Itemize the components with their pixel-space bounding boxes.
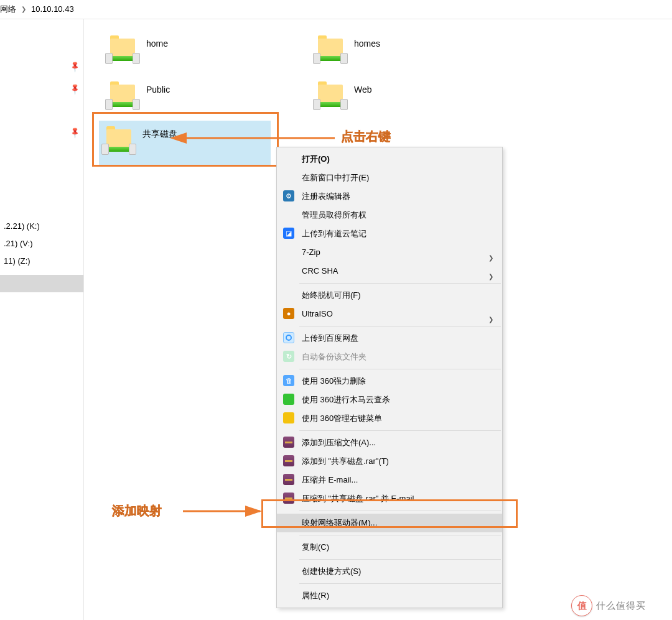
ctx-upload-baidu[interactable]: 上传到百度网盘 bbox=[277, 329, 502, 348]
ctx-upload-youdao[interactable]: ◪上传到有道云笔记 bbox=[277, 224, 502, 243]
ctx-rar-add-to[interactable]: 添加到 "共享磁盘.rar"(T) bbox=[277, 452, 502, 471]
network-folder-icon bbox=[314, 85, 347, 113]
network-folder-web[interactable]: Web bbox=[310, 76, 472, 122]
ctx-crc-sha[interactable]: CRC SHA❯ bbox=[277, 262, 502, 280]
menu-separator bbox=[299, 430, 501, 431]
ctx-rar-email[interactable]: 压缩并 E-mail... bbox=[277, 471, 502, 489]
folder-label: homes bbox=[354, 39, 380, 49]
network-folder-icon bbox=[314, 39, 347, 67]
breadcrumb[interactable]: 网络 ❯ 10.10.10.43 bbox=[0, 2, 74, 16]
ctx-admin-take-ownership[interactable]: 管理员取得所有权 bbox=[277, 206, 502, 224]
separator bbox=[0, 19, 672, 19]
ctx-360-manage-menu[interactable]: 使用 360管理右键菜单 bbox=[277, 409, 502, 428]
360-delete-icon: 🗑 bbox=[283, 375, 294, 386]
annotation-arrow-mapdrive bbox=[180, 505, 268, 517]
ctx-rar-add[interactable]: 添加到压缩文件(A)... bbox=[277, 433, 502, 452]
menu-separator bbox=[299, 535, 501, 535]
ctx-360-force-delete[interactable]: 🗑使用 360强力删除 bbox=[277, 372, 502, 391]
menu-separator bbox=[299, 326, 501, 326]
folder-label: Public bbox=[146, 85, 170, 95]
watermark-text: 什么值得买 bbox=[596, 600, 646, 612]
submenu-arrow-icon: ❯ bbox=[488, 310, 493, 329]
network-folder-icon bbox=[106, 85, 139, 113]
ctx-always-offline[interactable]: 始终脱机可用(F) bbox=[277, 286, 502, 305]
folder-label: Web bbox=[354, 85, 372, 95]
pane-divider bbox=[83, 19, 84, 620]
drive-item-selected[interactable] bbox=[0, 275, 83, 292]
360-menu-icon bbox=[283, 412, 294, 423]
watermark-logo-icon: 值 bbox=[571, 595, 592, 616]
registry-icon: ⚙ bbox=[283, 190, 294, 201]
backup-icon: ↻ bbox=[283, 351, 294, 362]
menu-separator bbox=[299, 511, 501, 511]
breadcrumb-host[interactable]: 10.10.10.43 bbox=[31, 2, 74, 16]
ctx-open[interactable]: 打开(O) bbox=[277, 150, 502, 169]
ctx-properties[interactable]: 属性(R) bbox=[277, 586, 502, 605]
rar-icon bbox=[283, 437, 294, 448]
menu-separator bbox=[299, 283, 501, 284]
watermark: 值 什么值得买 bbox=[571, 593, 671, 619]
360-scan-icon bbox=[283, 394, 294, 405]
network-folder-icon bbox=[106, 39, 139, 67]
ctx-auto-backup: ↻自动备份该文件夹 bbox=[277, 348, 502, 366]
ctx-ultraiso[interactable]: ●UltraISO❯ bbox=[277, 305, 502, 323]
ctx-360-trojan-scan[interactable]: 使用 360进行木马云查杀 bbox=[277, 391, 502, 409]
ctx-create-shortcut[interactable]: 创建快捷方式(S) bbox=[277, 562, 502, 581]
menu-separator bbox=[299, 369, 501, 369]
ctx-registry-editor[interactable]: ⚙注册表编辑器 bbox=[277, 187, 502, 206]
ctx-map-network-drive[interactable]: 映射网络驱动器(M)... bbox=[277, 514, 502, 532]
ctx-copy[interactable]: 复制(C) bbox=[277, 538, 502, 557]
submenu-arrow-icon: ❯ bbox=[488, 267, 493, 286]
drive-item[interactable]: .2.21) (K:) bbox=[0, 218, 83, 235]
network-folder-homes[interactable]: homes bbox=[310, 30, 472, 76]
ctx-rar-email-to[interactable]: 压缩到 "共享磁盘.rar" 并 E-mail bbox=[277, 489, 502, 508]
folder-label: 共享磁盘 bbox=[142, 129, 177, 140]
network-folder-shared-disk[interactable]: 共享磁盘 bbox=[99, 121, 271, 167]
youdao-icon: ◪ bbox=[283, 228, 294, 239]
context-menu: 打开(O) 在新窗口中打开(E) ⚙注册表编辑器 管理员取得所有权 ◪上传到有道… bbox=[276, 147, 503, 608]
network-folder-home[interactable]: home bbox=[103, 30, 264, 76]
drive-item[interactable]: 11) (Z:) bbox=[0, 252, 83, 270]
chevron-right-icon: ❯ bbox=[21, 2, 26, 16]
menu-separator bbox=[299, 583, 501, 584]
rar-icon bbox=[283, 474, 294, 485]
navigation-pane: 📌 📌 📌 .2.21) (K:) .21) (V:) 11) (Z:) bbox=[0, 19, 83, 292]
ctx-open-new-window[interactable]: 在新窗口中打开(E) bbox=[277, 169, 502, 187]
rar-icon bbox=[283, 455, 294, 466]
network-folder-icon bbox=[103, 129, 135, 158]
network-folder-public[interactable]: Public bbox=[103, 76, 264, 122]
annotation-label-mapdrive: 添加映射 bbox=[112, 502, 162, 519]
folder-label: home bbox=[146, 39, 168, 49]
ultraiso-icon: ● bbox=[283, 308, 294, 319]
breadcrumb-root[interactable]: 网络 bbox=[0, 2, 16, 16]
annotation-label-rightclick: 点击右键 bbox=[341, 128, 391, 145]
rar-icon bbox=[283, 493, 294, 504]
baidu-icon bbox=[283, 332, 294, 343]
drive-item[interactable]: .21) (V:) bbox=[0, 235, 83, 252]
ctx-7zip[interactable]: 7-Zip❯ bbox=[277, 243, 502, 262]
menu-separator bbox=[299, 559, 501, 560]
